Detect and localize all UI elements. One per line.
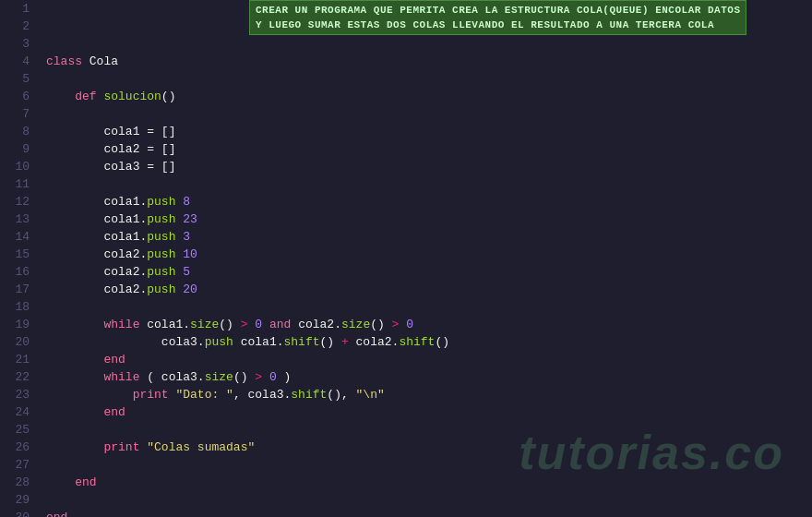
- code-line-17: cola2.push 20: [46, 281, 812, 298]
- class-name: Cola: [90, 53, 118, 70]
- code-content: class Cola def solucion() cola1 = [] col…: [39, 0, 812, 517]
- code-line-26: print "Colas sumadas": [46, 439, 812, 456]
- code-line-10: cola3 = []: [46, 158, 812, 175]
- code-line-14: cola1.push 3: [46, 228, 812, 246]
- code-line-6: def solucion(): [46, 88, 812, 105]
- keyword-def: def: [75, 88, 103, 105]
- line-numbers: 1 2 3 4 5 6 7 8 9 10 11 12 13 14 15 16 1…: [0, 0, 39, 517]
- code-line-25: [46, 421, 812, 439]
- code-line-23: print "Dato: ", cola3.shift(), "\n": [46, 386, 812, 403]
- code-line-4: class Cola: [46, 53, 812, 70]
- code-editor: 1 2 3 4 5 6 7 8 9 10 11 12 13 14 15 16 1…: [0, 0, 812, 517]
- code-line-16: cola2.push 5: [46, 263, 812, 281]
- code-line-11: [46, 175, 812, 193]
- code-line-15: cola2.push 10: [46, 246, 812, 263]
- keyword-and: and: [269, 316, 291, 333]
- comment-line-2: Y LUEGO SUMAR ESTAS DOS COLAS LLEVANDO E…: [256, 18, 740, 32]
- comment-line-1: CREAR UN PROGRAMA QUE PEMRITA CREA LA ES…: [256, 3, 740, 18]
- code-line-12: cola1.push 8: [46, 193, 812, 210]
- code-line-5: [46, 70, 812, 88]
- code-line-20: cola3.push cola1.shift() + cola2.shift(): [46, 333, 812, 351]
- code-line-3: [46, 35, 812, 53]
- code-line-29: [46, 491, 812, 509]
- method-name: solucion: [103, 88, 161, 105]
- code-line-21: end: [46, 351, 812, 368]
- code-line-13: cola1.push 23: [46, 210, 812, 228]
- code-line-19: while cola1.size() > 0 and cola2.size() …: [46, 316, 812, 333]
- keyword-class: class: [46, 53, 90, 70]
- code-line-22: while ( cola3.size() > 0 ): [46, 368, 812, 386]
- code-line-8: cola1 = []: [46, 123, 812, 140]
- code-line-18: [46, 298, 812, 316]
- code-line-30: end: [46, 509, 812, 517]
- code-line-28: end: [46, 474, 812, 491]
- code-line-24: end: [46, 403, 812, 421]
- comment-overlay: CREAR UN PROGRAMA QUE PEMRITA CREA LA ES…: [249, 0, 746, 35]
- code-line-7: [46, 105, 812, 123]
- code-line-9: cola2 = []: [46, 140, 812, 158]
- code-line-27: [46, 456, 812, 474]
